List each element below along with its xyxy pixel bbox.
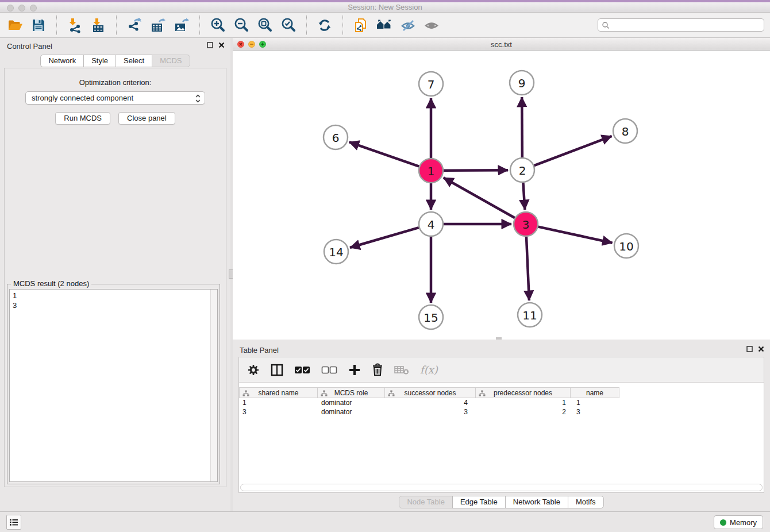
toolbar-separator <box>199 16 200 35</box>
task-history-button[interactable] <box>6 515 21 530</box>
network-canvas[interactable]: 7968124314101511 <box>233 51 770 340</box>
table-cell[interactable]: 1 <box>476 398 571 407</box>
function-builder-icon: f(x) <box>420 364 438 376</box>
column-header-predecessor-nodes[interactable]: predecessor nodes <box>476 387 571 398</box>
table-cell[interactable]: dominator <box>318 398 385 407</box>
criterion-dropdown[interactable]: strongly connected component <box>25 91 205 105</box>
close-panel-button[interactable]: Close panel <box>118 112 175 125</box>
eye-icon[interactable] <box>422 16 441 34</box>
graph-node-label: 9 <box>518 76 526 90</box>
table-row[interactable]: 1dominator411 <box>239 398 764 407</box>
create-column-icon[interactable] <box>348 364 361 376</box>
run-mcds-button[interactable]: Run MCDS <box>55 112 110 125</box>
graph-node-label: 11 <box>522 309 537 322</box>
export-image-icon[interactable] <box>172 16 191 34</box>
show-column-panel-icon[interactable] <box>271 364 283 376</box>
float-panel-icon[interactable] <box>746 346 753 352</box>
control-panel: Control Panel Network Style Select MCDS … <box>0 38 230 511</box>
table-cell[interactable]: 2 <box>476 407 571 417</box>
vertical-scrollbar[interactable] <box>210 290 217 481</box>
select-all-columns-icon[interactable] <box>294 366 310 374</box>
network-window-titlebar[interactable]: scc.txt <box>233 38 770 51</box>
table-cell[interactable]: 3 <box>239 407 318 417</box>
open-session-icon[interactable] <box>6 16 24 34</box>
zoom-in-icon[interactable] <box>209 16 227 34</box>
graph-edge-3-1[interactable] <box>444 178 515 218</box>
column-header-label: shared name <box>258 389 298 397</box>
column-header-shared-name[interactable]: shared name <box>239 387 318 398</box>
close-panel-icon[interactable] <box>758 346 764 352</box>
import-table-icon[interactable] <box>89 16 107 34</box>
memory-button[interactable]: Memory <box>714 515 763 529</box>
column-header-name[interactable]: name <box>571 387 619 398</box>
toolbar-separator <box>116 16 117 35</box>
column-header-successor-nodes[interactable]: successor nodes <box>385 387 476 398</box>
list-icon <box>9 517 19 527</box>
search-field[interactable] <box>598 18 764 32</box>
table-cell[interactable]: 3 <box>571 407 619 417</box>
table-cell[interactable]: 1 <box>571 398 619 407</box>
graph-edge-3-10[interactable] <box>538 227 612 243</box>
network-view-title: scc.txt <box>233 40 770 49</box>
table-cell[interactable]: 1 <box>239 398 318 407</box>
tab-motifs[interactable]: Motifs <box>568 496 604 508</box>
node-table: shared nameMCDS rolesuccessor nodesprede… <box>239 383 764 484</box>
graph-edge-1-2[interactable] <box>444 170 508 171</box>
search-input[interactable] <box>612 20 760 30</box>
graph-edge-1-6[interactable] <box>349 142 419 166</box>
unselect-all-columns-icon[interactable] <box>321 366 337 374</box>
tab-select[interactable]: Select <box>116 55 152 67</box>
delete-column-icon[interactable] <box>372 363 383 376</box>
hide-graphics-details-icon[interactable] <box>399 16 417 34</box>
network-graph: 7968124314101511 <box>233 51 770 340</box>
column-type-icon <box>242 390 249 397</box>
table-settings-gear-icon[interactable] <box>247 364 260 376</box>
close-panel-icon[interactable] <box>218 42 225 48</box>
table-row[interactable]: 3dominator323 <box>239 407 764 417</box>
delete-table-icon <box>394 365 409 375</box>
zoom-selected-icon[interactable] <box>279 16 298 34</box>
mcds-result-textarea[interactable]: 1 3 <box>9 289 218 482</box>
memory-status-icon <box>720 519 726 526</box>
save-session-icon[interactable] <box>29 16 48 34</box>
table-toolbar: f(x) <box>239 357 764 383</box>
zoom-out-icon[interactable] <box>232 16 251 34</box>
import-network-icon[interactable] <box>66 16 84 34</box>
control-panel-title: Control Panel <box>7 42 52 51</box>
optimization-criterion-label: Optimization criterion: <box>5 78 226 87</box>
graph-edge-2-3[interactable] <box>523 183 525 210</box>
first-neighbors-icon[interactable] <box>375 16 394 34</box>
tab-network-table[interactable]: Network Table <box>505 496 568 508</box>
tab-node-table[interactable]: Node Table <box>399 496 453 508</box>
horizontal-scrollbar[interactable] <box>240 484 763 491</box>
graph-node-label: 4 <box>428 218 435 232</box>
column-header-MCDS-role[interactable]: MCDS role <box>318 387 385 398</box>
tab-network[interactable]: Network <box>40 55 84 67</box>
table-cell[interactable]: dominator <box>318 407 385 417</box>
window-title: Session: New Session <box>0 3 770 11</box>
graph-edge-3-11[interactable] <box>526 237 529 300</box>
refresh-icon[interactable] <box>315 16 334 34</box>
table-cell[interactable]: 4 <box>385 398 476 407</box>
graph-node-label: 8 <box>622 125 629 138</box>
clone-network-icon[interactable] <box>352 16 370 34</box>
node-table-container: f(x) shared nameMCDS rolesuccessor nodes… <box>238 357 764 493</box>
graph-edge-4-14[interactable] <box>350 228 419 248</box>
export-network-icon[interactable] <box>125 16 144 34</box>
graph-edge-2-9[interactable] <box>522 97 522 157</box>
criterion-value: strongly connected component <box>32 94 133 102</box>
tab-edge-table[interactable]: Edge Table <box>452 496 506 508</box>
mcds-result-line: 3 <box>13 300 214 310</box>
table-cell[interactable]: 3 <box>385 407 476 417</box>
export-table-icon[interactable] <box>149 16 167 34</box>
tab-style[interactable]: Style <box>83 55 116 67</box>
toolbar-separator <box>56 16 57 35</box>
zoom-fit-icon[interactable] <box>256 16 274 34</box>
network-view-window: scc.txt 7968124314101511 <box>233 38 770 340</box>
float-panel-icon[interactable] <box>207 42 213 48</box>
view-resize-grip[interactable] <box>496 337 502 340</box>
tab-mcds[interactable]: MCDS <box>152 55 190 67</box>
graph-edge-2-8[interactable] <box>534 136 612 165</box>
titlebar-accent <box>0 0 770 2</box>
control-panel-header: Control Panel <box>0 38 230 54</box>
